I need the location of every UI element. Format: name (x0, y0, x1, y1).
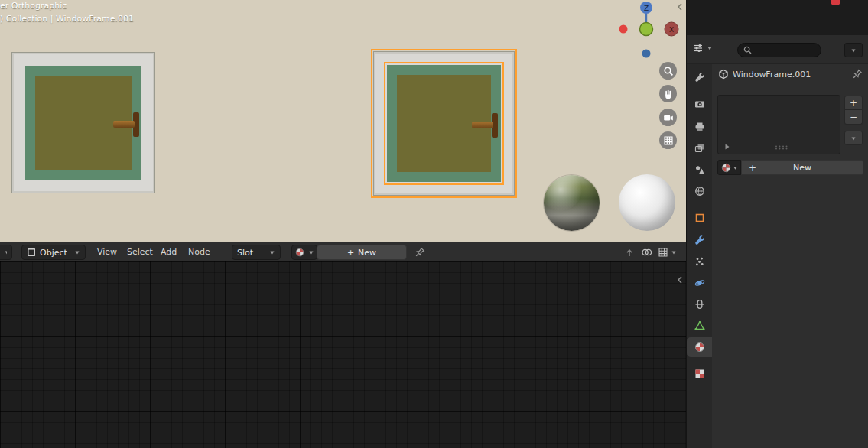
tab-constraints[interactable] (687, 294, 712, 314)
tab-object[interactable] (687, 208, 712, 228)
slot-dropdown[interactable]: Slot (232, 245, 281, 260)
window-frame-object-selected[interactable] (373, 51, 515, 196)
zoom-icon (663, 66, 674, 76)
add-slot-button[interactable]: + (844, 96, 863, 110)
minus-label: − (850, 112, 857, 122)
tab-texture[interactable] (687, 364, 712, 384)
new-material-button[interactable]: + New (741, 160, 863, 175)
chevron-down-icon (733, 165, 738, 170)
chevron-down-icon (4, 249, 7, 255)
texture-icon (694, 368, 705, 379)
svg-text:Z: Z (644, 5, 649, 12)
axis-gizmo-icon: Z X (608, 0, 684, 61)
grid-view-control[interactable] (659, 131, 677, 149)
mesh-data-icon (694, 320, 705, 331)
chevron-down-icon (850, 47, 857, 54)
properties-tab-strip (687, 64, 712, 448)
filter-dropdown[interactable] (844, 43, 863, 57)
svg-text:X: X (669, 26, 674, 34)
slot-specials-menu[interactable] (844, 131, 863, 145)
material-id-dropdown[interactable] (291, 245, 317, 260)
tab-render[interactable] (687, 94, 712, 114)
hand-icon (663, 89, 674, 99)
wrench-icon (694, 235, 705, 245)
pin-icon[interactable] (414, 247, 425, 258)
menu-add[interactable]: Add (161, 247, 177, 257)
chevron-down-icon (74, 249, 80, 255)
view-navigation-gizmo[interactable]: Z X (608, 0, 684, 61)
plus-icon: + (347, 248, 354, 258)
zoom-control[interactable] (659, 62, 677, 80)
editor-type-menu[interactable] (0, 245, 12, 260)
pin-icon[interactable] (852, 69, 863, 80)
arrow-up-icon[interactable] (624, 247, 635, 258)
search-icon (743, 46, 752, 54)
menu-select[interactable]: Select (127, 247, 153, 257)
region-collapse-icon[interactable] (676, 2, 684, 11)
snap-grid-icon (658, 247, 668, 258)
view-layer-icon (694, 143, 705, 154)
properties-editor: WindowFrame.001 + − (686, 0, 868, 448)
chevron-down-icon (308, 249, 314, 255)
properties-header (687, 35, 868, 64)
render-icon (694, 99, 705, 109)
gizmo-z-neg-axis (642, 50, 651, 58)
tab-particles[interactable] (687, 252, 712, 271)
active-object-label: ) Collection | WindowFrame.001 (0, 14, 134, 24)
resize-grip-icon[interactable] (775, 145, 788, 150)
material-browse-dropdown[interactable] (717, 160, 741, 175)
tab-tool[interactable] (687, 67, 712, 87)
plus-label: + (850, 98, 857, 109)
chevron-down-icon (269, 249, 275, 255)
scene-icon (694, 164, 705, 175)
material-preview-sphere[interactable] (619, 174, 675, 231)
window-handle (472, 122, 493, 128)
object-icon (694, 213, 705, 223)
breadcrumb: WindowFrame.001 (712, 64, 868, 86)
grid-icon (663, 135, 674, 146)
chevron-down-icon (707, 45, 713, 51)
menu-node[interactable]: Node (188, 247, 210, 257)
breadcrumb-object-name[interactable]: WindowFrame.001 (733, 70, 811, 80)
tool-icon (694, 72, 705, 83)
node-editor-canvas[interactable] (0, 261, 686, 448)
tab-object-data[interactable] (687, 316, 712, 336)
window-frame-object[interactable] (11, 52, 155, 193)
tab-view-layer[interactable] (687, 138, 712, 158)
new-material-label: New (358, 248, 376, 258)
tab-world[interactable] (687, 181, 712, 201)
tab-material[interactable] (687, 337, 712, 357)
new-material-button[interactable]: + New (317, 245, 407, 260)
tab-scene[interactable] (687, 160, 712, 180)
editor-type-menu[interactable] (693, 43, 713, 54)
material-icon (295, 247, 304, 258)
particles-icon (694, 256, 705, 267)
shader-type-dropdown[interactable]: Object (21, 245, 86, 260)
camera-icon (663, 112, 674, 123)
hdri-preview-sphere[interactable] (544, 175, 600, 231)
constraints-icon (694, 299, 705, 310)
3d-viewport[interactable]: er Orthographic ) Collection | WindowFra… (0, 0, 686, 242)
disclosure-triangle-icon[interactable] (724, 143, 730, 151)
search-box[interactable] (737, 43, 821, 57)
tab-physics[interactable] (687, 273, 712, 293)
gizmo-y-axis (640, 23, 653, 36)
camera-view-control[interactable] (659, 109, 677, 126)
world-icon (694, 186, 705, 196)
plus-icon: + (749, 163, 756, 174)
shader-type-label: Object (40, 248, 67, 258)
region-collapse-icon[interactable] (676, 275, 684, 284)
menu-view[interactable]: View (97, 247, 117, 257)
material-slot-list[interactable] (717, 95, 840, 154)
shader-editor-header: Object View Select Add Node Slot + New (0, 242, 686, 263)
pan-control[interactable] (659, 85, 677, 102)
tab-output[interactable] (687, 117, 712, 137)
snapping-control[interactable] (658, 247, 677, 258)
output-icon (694, 122, 705, 132)
overlap-rings-icon[interactable] (641, 247, 653, 258)
tab-modifiers[interactable] (687, 230, 712, 250)
remove-slot-button[interactable]: − (844, 110, 863, 125)
search-input[interactable] (756, 44, 815, 56)
red-status-icon (831, 0, 840, 5)
window-handle (113, 121, 135, 128)
